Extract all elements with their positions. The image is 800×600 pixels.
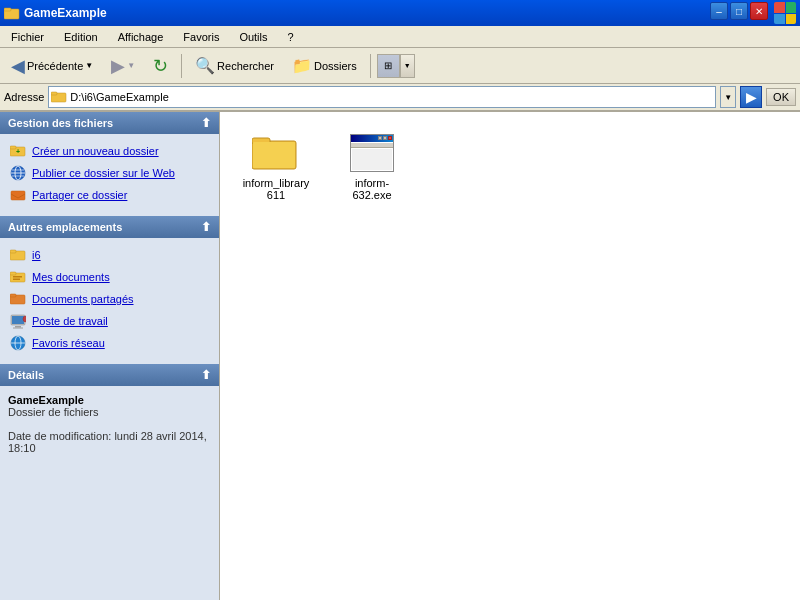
panel-item-share[interactable]: Partager ce dossier <box>6 184 213 206</box>
panel-details-collapse-icon: ⬆ <box>201 368 211 382</box>
toolbar: ◀ Précédente ▼ ▶ ▼ ↻ 🔍 Rechercher 📁 Doss… <box>0 48 800 84</box>
maximize-button[interactable]: □ <box>730 2 748 20</box>
forward-button[interactable]: ▶ ▼ <box>104 51 142 81</box>
main-content: Gestion des fichiers ⬆ + Créer un nouvea… <box>0 112 800 600</box>
panel-item-publish-web[interactable]: Publier ce dossier sur le Web <box>6 162 213 184</box>
create-folder-icon: + <box>10 143 26 159</box>
svg-rect-18 <box>13 279 20 281</box>
svg-rect-22 <box>12 316 24 324</box>
share-label: Partager ce dossier <box>32 189 127 201</box>
publish-web-label: Publier ce dossier sur le Web <box>32 167 175 179</box>
folders-label: Dossiers <box>314 60 357 72</box>
svg-rect-17 <box>13 276 22 278</box>
panel-details-header[interactable]: Détails ⬆ <box>0 364 219 386</box>
panel-autres-collapse-icon: ⬆ <box>201 220 211 234</box>
file-area: inform_library611 <box>220 112 800 600</box>
panel-gestion-body: + Créer un nouveau dossier <box>0 134 219 212</box>
svg-text:+: + <box>16 148 20 155</box>
menu-help[interactable]: ? <box>279 28 303 46</box>
poste-travail-label: Poste de travail <box>32 315 108 327</box>
view-dropdown-button[interactable]: ▼ <box>400 55 414 77</box>
back-button[interactable]: ◀ Précédente ▼ <box>4 51 100 81</box>
library-folder-label: inform_library611 <box>241 177 311 201</box>
address-input-wrap[interactable]: D:\i6\GameExample <box>48 86 716 108</box>
panel-item-i6[interactable]: i6 <box>6 244 213 266</box>
forward-dropdown-icon: ▼ <box>127 61 135 70</box>
svg-rect-24 <box>13 328 23 329</box>
close-button[interactable]: ✕ <box>750 2 768 20</box>
library-folder-icon <box>252 133 300 173</box>
exe-file-label: inform-632.exe <box>337 177 407 201</box>
svg-rect-1 <box>4 8 11 11</box>
panel-item-mes-docs[interactable]: Mes documents <box>6 266 213 288</box>
i6-folder-icon <box>10 247 26 263</box>
view-icons-button[interactable]: ⊞ <box>378 55 400 77</box>
title-bar-buttons: – □ ✕ <box>710 2 796 24</box>
computer-icon <box>10 313 26 329</box>
panel-details: Détails ⬆ GameExample Dossier de fichier… <box>0 364 219 462</box>
panel-item-poste-travail[interactable]: Poste de travail <box>6 310 213 332</box>
file-item-exe[interactable]: inform-632.exe <box>332 128 412 206</box>
address-folder-icon <box>51 90 67 104</box>
address-label: Adresse <box>4 91 44 103</box>
panel-gestion-header[interactable]: Gestion des fichiers ⬆ <box>0 112 219 134</box>
panel-gestion: Gestion des fichiers ⬆ + Créer un nouvea… <box>0 112 219 212</box>
menu-edition[interactable]: Edition <box>55 28 107 46</box>
panel-details-body: GameExample Dossier de fichiers Date de … <box>0 386 219 462</box>
panel-autres-header[interactable]: Autres emplacements ⬆ <box>0 216 219 238</box>
svg-rect-16 <box>10 272 16 275</box>
svg-rect-3 <box>51 92 57 95</box>
svg-rect-14 <box>10 250 16 253</box>
title-bar: GameExample – □ ✕ <box>0 0 800 26</box>
mes-docs-icon <box>10 269 26 285</box>
go-right-arrow[interactable]: ▶ <box>740 86 762 108</box>
refresh-icon: ↻ <box>153 55 168 77</box>
folders-button[interactable]: 📁 Dossiers <box>285 52 364 79</box>
folders-icon: 📁 <box>292 56 312 75</box>
favoris-reseau-label: Favoris réseau <box>32 337 105 349</box>
search-label: Rechercher <box>217 60 274 72</box>
details-folder-type: Dossier de fichiers <box>8 406 211 418</box>
refresh-button[interactable]: ↻ <box>146 51 175 81</box>
toolbar-separator-1 <box>181 54 182 78</box>
panel-gestion-title: Gestion des fichiers <box>8 117 113 129</box>
minimize-button[interactable]: – <box>710 2 728 20</box>
svg-rect-20 <box>10 294 16 297</box>
menu-affichage[interactable]: Affichage <box>109 28 173 46</box>
panel-autres-body: i6 Mes documents <box>0 238 219 360</box>
menu-favoris[interactable]: Favoris <box>174 28 228 46</box>
panel-autres-title: Autres emplacements <box>8 221 122 233</box>
panel-details-title: Détails <box>8 369 44 381</box>
address-bar: Adresse D:\i6\GameExample ▼ ▶ OK <box>0 84 800 112</box>
exe-icon <box>348 133 396 173</box>
go-button[interactable]: OK <box>766 88 796 106</box>
panel-autres: Autres emplacements ⬆ i6 <box>0 216 219 360</box>
svg-rect-31 <box>253 142 295 168</box>
publish-web-icon <box>10 165 26 181</box>
address-dropdown-button[interactable]: ▼ <box>720 86 736 108</box>
address-path-text: D:\i6\GameExample <box>70 91 713 103</box>
title-folder-icon <box>4 5 20 21</box>
create-folder-label: Créer un nouveau dossier <box>32 145 159 157</box>
forward-arrow-icon: ▶ <box>111 55 125 77</box>
svg-rect-23 <box>15 326 21 328</box>
docs-partages-icon <box>10 291 26 307</box>
details-date: Date de modification: lundi 28 avril 201… <box>8 430 211 454</box>
panel-item-create-folder[interactable]: + Créer un nouveau dossier <box>6 140 213 162</box>
toolbar-separator-2 <box>370 54 371 78</box>
mes-docs-label: Mes documents <box>32 271 110 283</box>
docs-partages-label: Documents partagés <box>32 293 134 305</box>
back-arrow-icon: ◀ <box>11 55 25 77</box>
window-title: GameExample <box>24 6 107 20</box>
left-panel: Gestion des fichiers ⬆ + Créer un nouvea… <box>0 112 220 600</box>
search-button[interactable]: 🔍 Rechercher <box>188 52 281 79</box>
xp-flag-icon <box>774 2 796 24</box>
menu-fichier[interactable]: Fichier <box>2 28 53 46</box>
details-folder-name: GameExample <box>8 394 211 406</box>
menu-outils[interactable]: Outils <box>230 28 276 46</box>
panel-item-favoris-reseau[interactable]: Favoris réseau <box>6 332 213 354</box>
favoris-reseau-icon <box>10 335 26 351</box>
panel-item-docs-partages[interactable]: Documents partagés <box>6 288 213 310</box>
menu-bar: Fichier Edition Affichage Favoris Outils… <box>0 26 800 48</box>
file-item-library[interactable]: inform_library611 <box>236 128 316 206</box>
